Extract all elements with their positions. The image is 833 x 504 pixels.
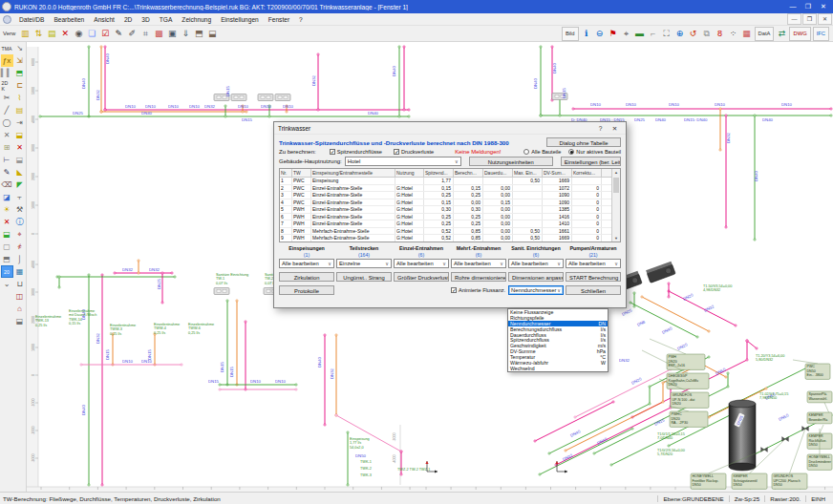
- sidebar-handle-tool[interactable]: ⊢: [1, 154, 13, 166]
- close-button[interactable]: ✕: [816, 1, 831, 12]
- draw-poly-icon[interactable]: ✐: [126, 28, 139, 40]
- einstellungen-button[interactable]: Einstellungen (ber. Leitungstypen: 3): [561, 157, 621, 166]
- table-row[interactable]: 9PWHMehrfach-Entnahme-StelleG:Hotel0,520…: [280, 235, 611, 242]
- sidebar-route-tool[interactable]: ⌇: [13, 92, 26, 104]
- pipe-segment[interactable]: [336, 415, 401, 452]
- sidebar-trim-tool[interactable]: ✂: [1, 92, 13, 104]
- dxf-exchange-icon[interactable]: ⇄: [776, 28, 788, 40]
- section-select[interactable]: Alle bearbeiten∨: [451, 259, 506, 268]
- sidebar-wall-tool[interactable]: ◤: [13, 178, 26, 191]
- copy-layer-icon[interactable]: ❏: [86, 28, 98, 40]
- sidebar-bracket-tool[interactable]: ⊏: [13, 79, 26, 92]
- sidebar-align-tool[interactable]: ⇥: [13, 116, 26, 129]
- ung-nst-strang-button[interactable]: Ungünst.. Strang: [336, 272, 392, 282]
- pan-icon[interactable]: ⌐: [647, 28, 659, 40]
- gebaeude-hauptnutzung-select[interactable]: Hotel ∨: [345, 157, 461, 166]
- dialog-help-button[interactable]: ?: [593, 123, 608, 134]
- status-raster[interactable]: Raster:200.: [764, 495, 805, 502]
- sidebar-grid-tool[interactable]: ⊞: [1, 141, 13, 154]
- menu-item-zeichnung[interactable]: Zeichnung: [177, 15, 216, 24]
- dialog-title-bar[interactable]: Trinkwasser ? ✕: [274, 122, 626, 135]
- table-row[interactable]: 2PWCEinzel-Entnahme-StelleG:Hotel0,150,1…: [280, 185, 611, 193]
- storage-tank[interactable]: DN25: [729, 400, 756, 471]
- table-row[interactable]: 5PWHEinzel-Entnahme-StelleG:Hotel0,300,3…: [280, 206, 611, 214]
- sidebar-radiator-tool[interactable]: ▦: [13, 265, 26, 278]
- sidebar-green-box-tool[interactable]: ⬒: [13, 67, 26, 79]
- alle-bauteile-radio[interactable]: Alle Bauteile: [523, 149, 561, 155]
- box-in-icon[interactable]: ⬒: [193, 28, 205, 40]
- menu-item-bearbeiten[interactable]: Bearbeiten: [49, 15, 89, 24]
- sidebar-delete-tool[interactable]: ✕: [1, 216, 13, 228]
- sanitary-fixture[interactable]: [275, 94, 290, 101]
- sidebar-lamp-tool[interactable]: ☀: [1, 203, 13, 216]
- maximize-button[interactable]: ❐: [801, 1, 816, 12]
- table-row[interactable]: 3PWCEinzel-Entnahme-StelleG:Hotel0,250,2…: [280, 192, 611, 200]
- sidebar-delete2-tool[interactable]: ✕: [13, 141, 26, 154]
- zoom-out-icon[interactable]: ⊖: [593, 28, 606, 40]
- ifc-button[interactable]: IFC: [813, 27, 829, 41]
- zoom-window-icon[interactable]: ⛶: [660, 28, 673, 40]
- dots-icon[interactable]: ⁘: [727, 28, 739, 40]
- viewport-icon[interactable]: 8: [714, 28, 726, 40]
- layers-icon[interactable]: ▤: [46, 28, 58, 40]
- nur-aktives-bauteil-radio[interactable]: Nur aktives Bauteil: [568, 149, 621, 155]
- table-row[interactable]: 6PWHEinzel-Entnahme-StelleG:Hotel0,250,2…: [280, 214, 611, 221]
- minimize-button[interactable]: —: [785, 1, 801, 12]
- dialog-ohne-tabelle-button[interactable]: Dialog ohne Tabelle: [546, 137, 621, 147]
- color-grid-icon[interactable]: ▩: [153, 28, 165, 40]
- scroll-up-icon[interactable]: ▲: [614, 169, 618, 176]
- menu-item-3d[interactable]: 3D: [137, 15, 154, 24]
- pipe-segment[interactable]: [575, 369, 671, 417]
- crosshair-icon[interactable]: ⌖: [620, 28, 632, 40]
- component-callout[interactable]: PWHDN20EKP...2x16: [667, 354, 705, 369]
- table-row[interactable]: 4PWCEinzel-Entnahme-StelleG:Hotel0,150,0…: [280, 200, 611, 207]
- sidebar-tank-tool[interactable]: ⬓: [13, 315, 26, 327]
- flag-icon[interactable]: ⚑: [607, 28, 619, 40]
- draw-line-icon[interactable]: ✎: [113, 28, 125, 40]
- component-callout[interactable]: PWHCDN20RA.. .2P30: [670, 411, 708, 427]
- sanitary-fixture[interactable]: [214, 288, 229, 295]
- section-select[interactable]: Alle bearbeiten∨: [279, 259, 334, 268]
- scroll-thumb[interactable]: [613, 178, 619, 193]
- component-callout[interactable]: SpannerPläWasserzähl.: [807, 391, 832, 403]
- section-select[interactable]: Alle bearbeiten∨: [566, 259, 621, 268]
- rotate-icon[interactable]: ↺: [687, 28, 699, 40]
- menu-item--[interactable]: ?: [294, 15, 308, 24]
- snap-grid-icon[interactable]: ⌗: [139, 28, 152, 40]
- sidebar-stack-tool[interactable]: ▤: [13, 104, 26, 116]
- sidebar-house-tool[interactable]: ⌂: [13, 303, 26, 315]
- menu-item-einstellungen[interactable]: Einstellungen: [216, 15, 264, 24]
- sidebar-arrow-tool[interactable]: ↘: [13, 42, 26, 54]
- open-icon[interactable]: ▥: [19, 28, 32, 40]
- sidebar-fill-tool[interactable]: ◪: [1, 191, 13, 203]
- sanitary-fixture[interactable]: [231, 94, 246, 101]
- sidebar-tma-label[interactable]: TMA: [1, 42, 13, 54]
- menu-item-tga[interactable]: TGA: [155, 15, 178, 24]
- sidebar-fan-tool[interactable]: ҂: [13, 241, 26, 253]
- dialog-close-button[interactable]: ✕: [608, 123, 622, 134]
- gr-ter-druckverlust-button[interactable]: Größter Druckverlust: [394, 272, 449, 282]
- component-callout[interactable]: KEMPERSchrägsitzventilDN50: [732, 473, 767, 489]
- menu-item-2d[interactable]: 2D: [119, 15, 137, 24]
- table-row[interactable]: 8PWHMehrfach-Entnahme-StelleG:Hotel0,520…: [280, 228, 611, 236]
- menu-item-ansicht[interactable]: Ansicht: [89, 15, 119, 24]
- sidebar-more-tool[interactable]: ⌄: [1, 278, 13, 290]
- component-callout[interactable]: GRUNDFOSUP-N 100 ..datDN20: [671, 392, 709, 408]
- mdi-restore-button[interactable]: ❐: [802, 13, 817, 25]
- flussanzeige-select[interactable]: Nenndurchmesser ∨: [508, 285, 564, 295]
- table-row[interactable]: 1PWCEinspeisung1,770,501669: [280, 178, 611, 185]
- mdi-minimize-button[interactable]: —: [787, 13, 801, 25]
- dwg-button[interactable]: DWG: [789, 27, 810, 41]
- sidebar-arrow2-tool[interactable]: ⇲: [13, 54, 26, 67]
- component-callout[interactable]: PWCDN50Ein.. .3800: [805, 364, 830, 379]
- sidebar-point-tool[interactable]: ✕: [1, 129, 13, 141]
- sidebar-sink-tool[interactable]: ⊔: [13, 278, 26, 290]
- info-icon[interactable]: ℹ: [580, 28, 592, 40]
- sidebar-erase-tool[interactable]: ⌫: [1, 178, 13, 191]
- sidebar-hammer-tool[interactable]: ⚒: [13, 203, 26, 216]
- sidebar-fx-tool[interactable]: ƒx: [1, 54, 13, 67]
- measure-icon[interactable]: ▬: [633, 28, 646, 40]
- component-callout[interactable]: KEMPERBeweder/Ra: [807, 412, 832, 424]
- sidebar-box-tool[interactable]: ▢: [1, 241, 13, 253]
- save-icon[interactable]: ▣: [166, 28, 179, 40]
